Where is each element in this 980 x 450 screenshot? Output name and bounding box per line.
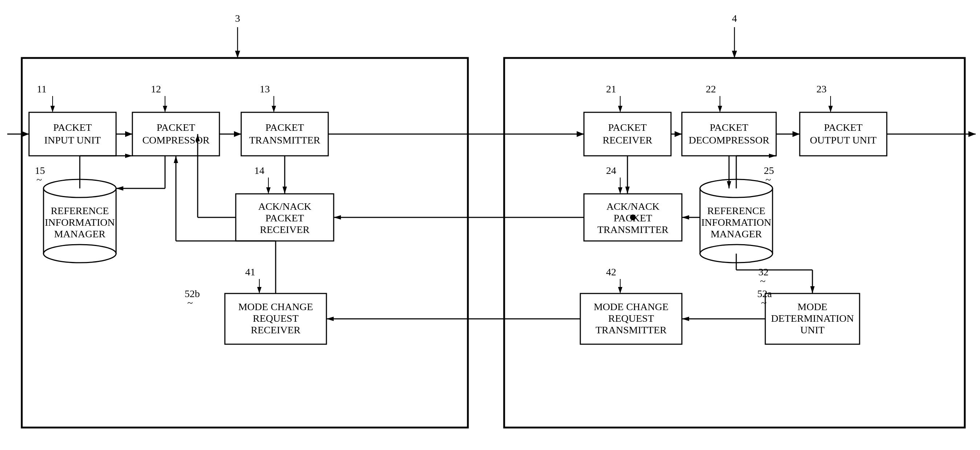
ref-mgr-left-cylinder-bottom	[43, 244, 116, 263]
label-24: 24	[606, 165, 616, 176]
mode-change-receiver-label1: MODE CHANGE	[238, 301, 313, 312]
packet-decompressor-label2: DECOMPRESSOR	[689, 135, 770, 146]
packet-transmitter-label: PACKET	[266, 122, 304, 133]
mode-change-transmitter-label1: MODE CHANGE	[594, 301, 668, 312]
mode-determination-label3: UNIT	[800, 324, 825, 336]
packet-decompressor-box	[682, 112, 776, 156]
tilde-32: ~	[760, 276, 765, 287]
arrow-4	[732, 51, 737, 58]
packet-output-unit-box	[800, 112, 887, 156]
ref-mgr-right-label1: REFERENCE	[707, 205, 765, 216]
packet-decompressor-label: PACKET	[710, 122, 748, 133]
ref-mgr-left-label2: INFORMATION	[45, 217, 115, 228]
packet-compressor-label2: COMPRESSOR	[142, 135, 210, 146]
tilde-15: ~	[36, 174, 42, 185]
label-12: 12	[151, 83, 161, 95]
packet-receiver-label2: RECEIVER	[603, 135, 652, 146]
label-13: 13	[260, 83, 270, 95]
ref-mgr-left-label3: MANAGER	[54, 228, 105, 239]
mode-change-receiver-label2: REQUEST	[253, 313, 299, 324]
packet-compressor-box	[132, 112, 220, 156]
mode-determination-label2: DETERMINATION	[771, 313, 854, 324]
packet-receiver-box	[584, 112, 671, 156]
packet-compressor-label: PACKET	[157, 122, 195, 133]
ref-mgr-right-label2: INFORMATION	[702, 217, 772, 228]
ref-mgr-right-label3: MANAGER	[711, 228, 762, 239]
output-arrowhead	[968, 131, 976, 137]
ref-mgr-left-label1: REFERENCE	[51, 205, 109, 216]
packet-input-unit-box	[29, 112, 116, 156]
label-3: 3	[235, 13, 240, 24]
mode-change-receiver-label3: RECEIVER	[251, 324, 301, 336]
label-14: 14	[254, 165, 264, 176]
tilde-52b: ~	[187, 297, 192, 308]
diagram-container: 3 4 11 PACKET INPUT UNIT 12 PACKET COMPR…	[0, 0, 980, 450]
ack-nack-transmitter-label3: TRANSMITTER	[597, 224, 668, 235]
mode-change-transmitter-label2: REQUEST	[608, 313, 654, 324]
label-11: 11	[37, 83, 47, 95]
packet-transmitter-box	[241, 112, 328, 156]
label-41: 41	[245, 266, 255, 277]
tilde-52a: ~	[761, 297, 766, 308]
packet-receiver-label: PACKET	[608, 122, 647, 133]
ack-nack-receiver-label2: PACKET	[266, 212, 304, 223]
packet-output-unit-label: PACKET	[824, 122, 862, 133]
label-42: 42	[606, 266, 616, 277]
packet-transmitter-label2: TRANSMITTER	[249, 135, 320, 146]
packet-output-unit-label2: OUTPUT UNIT	[810, 135, 877, 146]
label-21: 21	[606, 83, 616, 95]
mode-determination-label1: MODE	[797, 301, 827, 312]
packet-input-unit-label: PACKET	[53, 122, 92, 133]
ack-junction-dot	[630, 214, 636, 220]
arrow-3	[235, 51, 240, 58]
packet-input-unit-label2: INPUT UNIT	[44, 135, 101, 146]
label-22: 22	[706, 83, 716, 95]
ack-nack-receiver-label: ACK/NACK	[258, 201, 311, 212]
label-4: 4	[732, 13, 737, 24]
ack-nack-receiver-label3: RECEIVER	[260, 224, 310, 235]
ack-nack-transmitter-label1: ACK/NACK	[606, 201, 659, 212]
mode-change-transmitter-label3: TRANSMITTER	[595, 324, 667, 336]
label-23: 23	[816, 83, 827, 95]
